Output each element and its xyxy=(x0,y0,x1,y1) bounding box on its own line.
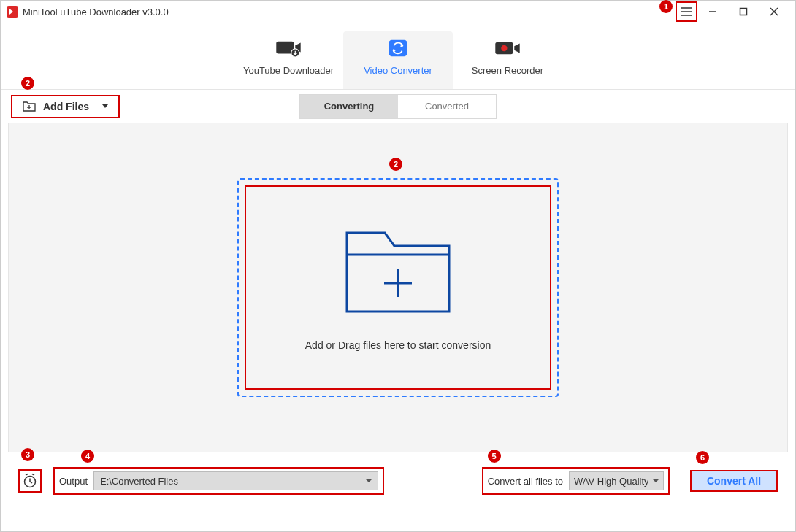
titlebar: MiniTool uTube Downloader v3.0.0 1 xyxy=(1,1,795,23)
add-files-button[interactable]: Add Files xyxy=(11,95,120,118)
minimize-icon xyxy=(708,7,717,16)
drop-area: 2 Add or Drag files here to start conver… xyxy=(8,123,788,452)
tab-video-converter[interactable]: Video Converter xyxy=(343,31,453,89)
camera-download-icon xyxy=(275,39,302,58)
bottom-bar: 3 4 Output E:\Converted Files 5 Convert … xyxy=(1,452,795,509)
convert-all-button[interactable]: Convert All xyxy=(690,470,778,492)
format-select[interactable]: WAV High Quality xyxy=(569,471,664,490)
minimize-button[interactable] xyxy=(697,1,728,22)
dropzone-text: Add or Drag files here to start conversi… xyxy=(305,339,491,351)
scheduler-button[interactable] xyxy=(18,469,42,493)
callout-badge-3: 3 xyxy=(21,448,34,461)
close-button[interactable] xyxy=(759,1,789,22)
sub-tabs: Converting Converted xyxy=(299,94,497,119)
tab-youtube-downloader[interactable]: YouTube Downloader xyxy=(234,31,343,89)
svg-point-15 xyxy=(501,45,507,51)
tab-label: Screen Recorder xyxy=(472,65,543,76)
format-value: WAV High Quality xyxy=(574,476,648,487)
dropzone[interactable]: Add or Drag files here to start conversi… xyxy=(237,178,559,397)
clock-icon xyxy=(22,473,38,489)
output-path-value: E:\Converted Files xyxy=(100,476,178,487)
hamburger-icon xyxy=(681,7,692,17)
svg-rect-4 xyxy=(740,9,747,15)
output-path-select[interactable]: E:\Converted Files xyxy=(93,471,378,490)
convert-format-label: Convert all files to xyxy=(488,476,563,487)
toolbar: 2 Add Files Converting Converted xyxy=(1,90,795,123)
close-icon xyxy=(770,7,778,16)
add-files-label: Add Files xyxy=(43,101,89,112)
maximize-button[interactable] xyxy=(728,1,759,22)
callout-badge-6: 6 xyxy=(696,451,709,464)
subtab-converting[interactable]: Converting xyxy=(300,95,398,118)
output-block: 4 Output E:\Converted Files xyxy=(53,467,384,495)
subtab-converted[interactable]: Converted xyxy=(398,95,496,118)
callout-badge-1: 1 xyxy=(659,0,673,13)
convert-icon xyxy=(384,39,412,58)
app-logo-icon xyxy=(7,6,18,18)
folder-plus-icon xyxy=(340,224,456,319)
callout-badge-2b: 2 xyxy=(389,158,402,171)
chevron-down-icon xyxy=(366,479,372,482)
chevron-down-icon xyxy=(653,479,659,482)
maximize-icon xyxy=(739,7,748,16)
svg-line-23 xyxy=(30,482,32,483)
callout-badge-5: 5 xyxy=(488,450,501,463)
app-title: MiniTool uTube Downloader v3.0.0 xyxy=(23,7,169,18)
main-tabs: YouTube Downloader Video Converter Scree… xyxy=(1,23,795,90)
svg-line-24 xyxy=(26,474,28,476)
add-folder-icon xyxy=(23,101,36,112)
chevron-down-icon xyxy=(102,104,108,108)
tab-label: YouTube Downloader xyxy=(243,65,334,76)
callout-badge-2: 2 xyxy=(21,77,34,90)
menu-button[interactable] xyxy=(676,1,697,22)
output-label: Output xyxy=(59,476,88,487)
convert-format-block: 5 Convert all files to WAV High Quality xyxy=(482,467,670,495)
svg-line-25 xyxy=(32,474,34,476)
tab-screen-recorder[interactable]: Screen Recorder xyxy=(453,31,562,89)
svg-marker-14 xyxy=(514,44,519,53)
callout-badge-4: 4 xyxy=(81,450,94,463)
convert-all-label: Convert All xyxy=(707,475,761,487)
recorder-icon xyxy=(494,39,521,58)
tab-label: Video Converter xyxy=(364,65,432,76)
